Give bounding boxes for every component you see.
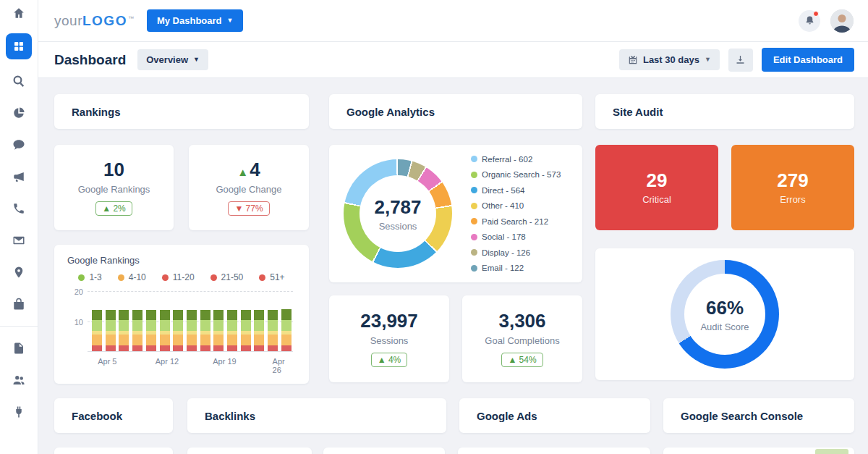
rankings-x-axis-labels: Apr 5Apr 12Apr 19Apr 26 xyxy=(88,352,293,368)
sidebar-item-clients[interactable] xyxy=(6,367,32,393)
bar-segment-21-50 xyxy=(200,335,210,345)
analytics-column: Google Analytics 2,787 Sessions Referral… xyxy=(329,94,582,384)
bottom-section-headers: Facebook Backlinks Google Ads Google Sea… xyxy=(54,398,854,433)
bar-segment-4-10 xyxy=(160,320,170,331)
google-change-stat-card: ▲4 Google Change ▼ 77% xyxy=(189,145,309,230)
date-range-label: Last 30 days xyxy=(643,54,699,65)
google-rankings-value: 10 xyxy=(103,159,124,180)
site-audit-column: Site Audit 29 Critical 279 Errors xyxy=(595,94,854,384)
my-dashboard-button[interactable]: My Dashboard ▼ xyxy=(147,9,244,32)
legend-dot-icon xyxy=(471,156,477,162)
edit-dashboard-button[interactable]: Edit Dashboard xyxy=(762,48,854,72)
bar-segment-51+ xyxy=(132,345,142,351)
bar-segment-51+ xyxy=(227,345,237,351)
partial-cards-row xyxy=(54,447,854,454)
bar-segment-51+ xyxy=(213,345,224,351)
logo-trademark: ™ xyxy=(128,15,134,22)
y-axis-tick-label: 10 xyxy=(69,318,83,327)
bar-segment-51+ xyxy=(160,345,170,351)
chevron-down-icon: ▼ xyxy=(193,56,200,63)
bell-icon xyxy=(804,15,815,26)
user-avatar[interactable] xyxy=(830,9,854,33)
mail-icon xyxy=(12,234,25,247)
bar-segment-51+ xyxy=(268,345,278,351)
logo[interactable]: yourLOGO™ xyxy=(54,13,134,29)
legend-label: Display - 126 xyxy=(482,248,530,257)
bars-container xyxy=(92,291,292,351)
bar-segment-1-3 xyxy=(106,310,116,321)
sessions-donut-legend: Referral - 602Organic Search - 573Direct… xyxy=(471,155,561,273)
legend-label: Social - 178 xyxy=(482,232,526,241)
gsc-section-header: Google Search Console xyxy=(663,398,854,433)
google-change-label: Google Change xyxy=(216,184,281,195)
audit-score-card: 66% Audit Score xyxy=(595,248,854,380)
page-title: Dashboard xyxy=(54,52,126,68)
stacked-bar xyxy=(241,291,251,351)
home-icon[interactable] xyxy=(6,0,32,26)
legend-dot-icon xyxy=(471,203,477,209)
sidebar-item-search[interactable] xyxy=(6,68,32,94)
bar-segment-4-10 xyxy=(227,320,237,331)
sidebar-item-campaigns[interactable] xyxy=(6,164,32,190)
google-change-value: ▲4 xyxy=(237,159,260,180)
bar-segment-4-10 xyxy=(187,320,197,331)
bar-segment-1-3 xyxy=(213,310,224,321)
bar-segment-1-3 xyxy=(187,310,197,321)
legend-dot-icon xyxy=(471,172,477,178)
legend-label: 21-50 xyxy=(221,272,244,282)
shopping-bag-icon xyxy=(12,298,25,311)
bar-segment-21-50 xyxy=(146,335,156,345)
sessions-label: Sessions xyxy=(370,335,409,346)
stacked-bar xyxy=(92,291,102,351)
stacked-bar xyxy=(213,291,224,351)
bar-segment-21-50 xyxy=(92,335,102,345)
bar-segment-1-3 xyxy=(173,310,183,321)
bar-segment-4-10 xyxy=(132,320,142,331)
sidebar-item-messages[interactable] xyxy=(6,132,32,158)
google-rankings-chart-card: Google Rankings 1-34-1011-2021-5051+ 201… xyxy=(54,245,309,384)
bar-segment-51+ xyxy=(146,345,156,351)
partial-card xyxy=(458,447,650,454)
sidebar-divider xyxy=(0,326,38,327)
legend-label: 11-20 xyxy=(173,272,195,282)
legend-label: 51+ xyxy=(270,272,284,282)
bar-segment-51+ xyxy=(200,345,210,351)
partial-badge xyxy=(815,449,848,454)
dashboard-content: Rankings 10 Google Rankings ▲ 2% ▲4 Goog… xyxy=(38,78,868,454)
file-icon xyxy=(12,342,25,355)
sidebar-item-integrations[interactable] xyxy=(6,399,32,425)
sidebar-item-dashboard[interactable] xyxy=(6,33,32,59)
sidebar-item-local[interactable] xyxy=(6,259,32,285)
bar-segment-4-10 xyxy=(200,320,210,331)
stacked-bar xyxy=(119,291,129,351)
gsc-section-title: Google Search Console xyxy=(681,410,803,422)
chevron-down-icon: ▼ xyxy=(227,17,234,24)
bar-segment-1-3 xyxy=(281,309,292,320)
view-selector[interactable]: Overview ▼ xyxy=(137,49,208,70)
bar-segment-51+ xyxy=(254,345,264,351)
goal-completions-change-badge: ▲ 54% xyxy=(501,353,542,367)
critical-issues-card: 29 Critical xyxy=(595,145,718,230)
date-range-selector[interactable]: Last 30 days ▼ xyxy=(619,49,720,70)
google-ads-section-header: Google Ads xyxy=(459,398,650,433)
bar-segment-4-10 xyxy=(92,320,102,331)
users-icon xyxy=(12,374,25,387)
legend-item: Organic Search - 573 xyxy=(471,170,561,179)
legend-label: 4-10 xyxy=(129,272,146,282)
sidebar-item-calls[interactable] xyxy=(6,196,32,222)
notification-dot xyxy=(813,11,819,17)
analytics-section-header: Google Analytics xyxy=(329,94,582,129)
x-axis-tick-label: Apr 5 xyxy=(98,357,116,366)
view-selector-label: Overview xyxy=(146,54,188,65)
bar-segment-1-3 xyxy=(146,310,156,321)
legend-item: Direct - 564 xyxy=(471,186,561,195)
audit-score-donut-chart: 66% Audit Score xyxy=(671,260,779,369)
sidebar-item-ecommerce[interactable] xyxy=(6,291,32,317)
sidebar-item-reports[interactable] xyxy=(6,335,32,361)
notifications-button[interactable] xyxy=(799,10,820,32)
sidebar-item-email[interactable] xyxy=(6,227,32,253)
sessions-change-badge: ▲ 4% xyxy=(371,353,408,367)
calendar-icon xyxy=(628,55,638,65)
sidebar-item-analytics[interactable] xyxy=(6,100,32,126)
download-button[interactable] xyxy=(728,49,753,72)
